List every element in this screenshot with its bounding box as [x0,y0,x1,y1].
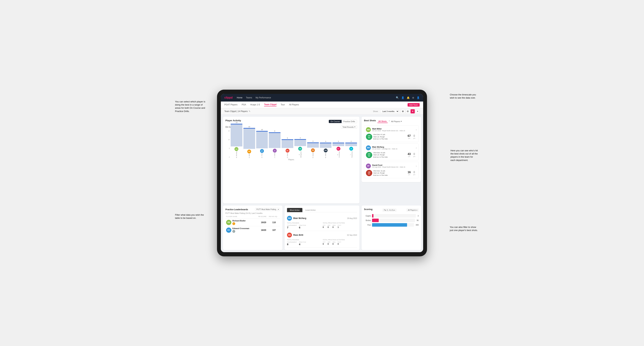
gtt-value: 0 [323,243,326,245]
bar-value: 10 [261,129,263,131]
tournament-stat: Tournament 8 [287,241,297,246]
lb-col-score: PB SCORE [258,216,269,217]
metric-unit: yds [408,174,410,175]
arg-label: ARG [332,224,336,226]
gtt-stat: GTT 0 [323,241,326,245]
activity-date: 02 Sep 2023 [347,234,357,236]
lb-pb-avg: 107 [269,229,279,231]
gtt-stat: GTT 0 [323,224,326,228]
app-value: 0 [328,226,330,228]
edit-team-icon[interactable]: ✎ [249,110,250,113]
bar-highlight [332,143,344,143]
player-sub: 23 Jul 2023 · Ashridge GC · Hole 15 [372,148,414,150]
annotation-bottom-left: Filter what data you wish the table to b… [175,213,204,220]
best-shots-header: Best Shots All Shots ▾ All Players ▾ [364,119,418,124]
leaderboard-header: Practice Leaderboards PUTT Must Make Put… [226,208,280,211]
scoring-bar-wrap [372,223,414,227]
add-icon[interactable]: ⊕ [412,96,414,99]
sub-nav-tour[interactable]: Tour [281,103,285,106]
bell-icon[interactable]: 🔔 [407,96,410,99]
bar-value: 3 [312,140,314,142]
activity-tabs: Most Active Least Active [287,208,357,212]
add-team-button[interactable]: Add Team [408,103,420,107]
view-grid4-button[interactable]: ⊟ [406,109,410,113]
chevron-right-icon[interactable]: › [416,165,417,168]
practice-stat: Practice 4 [299,241,306,246]
bar-avatar: RB [311,148,315,152]
bar-highlight [307,142,319,143]
scoring-bar-wrap [372,214,416,218]
nav-item-home[interactable]: Home [237,96,242,99]
bar [320,143,332,148]
user-circle-icon[interactable]: 👤 [417,96,420,99]
activity-stats: Total Rounds Tournament 8 Practice 4 Tot… [287,239,357,246]
sub-nav-pga[interactable]: PGA [242,103,246,106]
scoring-value-outside: 499 [416,224,418,226]
bar-group: 2 LR L. Robertson [345,141,357,158]
view-heart-button[interactable]: ♥ [410,109,415,113]
scoring-bar [372,214,374,218]
shot-card-header: MM Matt Miller 09 Jun 2023 · Royal North… [366,127,417,132]
shots-toggle: All Shots ▾ [377,120,390,123]
all-shots-btn[interactable]: All Shots [377,120,388,123]
nav-item-my-performance[interactable]: My Performance [256,96,271,99]
bar-name-label: B. McHarg [236,151,237,158]
nav-item-teams[interactable]: Teams [246,96,252,99]
chevron-down-players: ▾ [401,120,402,123]
shot-metric: 43 yds [408,153,411,157]
shot-metric-zero: 0 yds [412,171,417,175]
chevron-right-icon[interactable]: › [416,128,417,131]
bar-highlight [244,128,255,129]
lb-rank-badge: 1 [232,222,235,225]
all-players-dropdown[interactable]: All Players ▾ [391,120,402,123]
sub-nav-hcaps[interactable]: Hcaps 1-5 [250,103,260,106]
bar-avatar: MM [324,149,328,152]
leaderboard-title: Practice Leaderboards [226,208,248,211]
sub-nav: PGAT Players PGA Hcaps 1-5 Team Clippd T… [221,102,423,108]
timescale-select[interactable]: Last 3 months Last 6 months Last year [380,110,399,113]
bar-highlight [231,124,242,124]
practice-activities-group: Total Practice Activities GTT 0 APP 0 AR… [323,239,357,246]
scoring-row: Birdies 96 [364,219,418,222]
bar-avatar: JC [273,149,277,153]
bar-name-label: M. Miller [325,153,326,158]
lb-player: EC Edward Crossman 2 [226,227,258,233]
practice-drills-toggle[interactable]: Practice Drills [342,120,357,123]
scoring-players-filter[interactable]: All Players ▾ [406,209,418,212]
shot-card: MM Matt Miller 09 Jun 2023 · Royal North… [364,125,418,142]
least-active-tab[interactable]: Least Active [302,208,318,212]
shot-details: 198 SG Shot Dist: 16 ydsStart Lie: Rough… [366,170,417,176]
users-icon[interactable]: 👤 [401,96,404,99]
search-icon[interactable]: 🔍 [396,96,399,99]
view-grid2-button[interactable]: ⊞ [401,109,405,113]
on-course-toggle[interactable]: On Course [329,120,342,123]
sub-nav-all-players[interactable]: All Players [289,103,299,106]
bar-group: 5 EE E. Ebert [282,137,293,158]
bar-highlight [256,131,268,132]
tournament-label: Tournament [287,224,297,226]
leaderboard-row: EC Edward Crossman 2 18/20 107 [226,226,280,234]
sub-nav-team-clippd[interactable]: Team Clippd [264,103,276,106]
bar-value: 2 [351,141,352,142]
chart-filter-dropdown[interactable]: Total Rounds ▾ [341,125,357,129]
chevron-right-icon[interactable]: › [416,147,417,149]
leaderboard-filter[interactable]: PUTT Must Make Putting... ▾ [255,208,280,211]
activity-date: 26 Aug 2023 [347,217,357,219]
metric-zero-value: 0 [414,134,415,138]
activity-player: BM Blair McHarg 26 Aug 2023 Total Rounds… [287,214,357,231]
total-rounds-group: Total Rounds Tournament 7 Practice 6 [287,222,321,229]
most-active-tab[interactable]: Most Active [287,208,302,212]
practice-stat-row: GTT 0 APP 0 ARG 0 PUTT 0 [323,241,357,245]
arg-stat: ARG 0 [332,241,336,245]
lb-rank-badge: 2 [232,230,235,233]
metric-zero-unit: yds [413,156,415,157]
scoring-par-filter[interactable]: Par 3, 4 & 5s ▾ [382,209,396,212]
view-list-button[interactable]: ≡ [416,109,420,113]
nav-logo: clippd [224,96,232,99]
sub-nav-pgat[interactable]: PGAT Players [224,103,238,106]
metric-zero-value: 0 [414,153,415,156]
bar-chart-container: 15 10 5 0 13 BM B. McHarg 12 EB E. Britt [226,130,357,162]
chevron-down-shots[interactable]: ▾ [389,120,390,123]
bar-highlight [345,143,357,143]
player-avatar: BM [366,145,371,150]
